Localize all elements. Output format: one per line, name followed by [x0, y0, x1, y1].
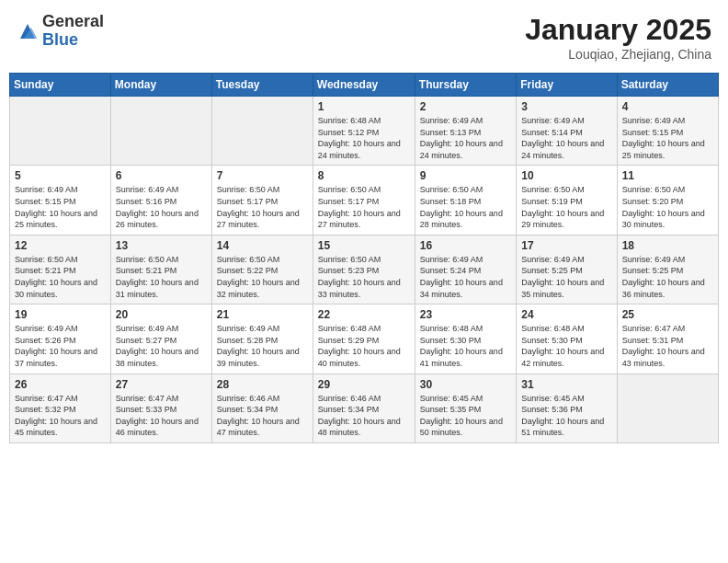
- day-info: Sunrise: 6:47 AM Sunset: 5:33 PM Dayligh…: [116, 393, 207, 439]
- day-info: Sunrise: 6:48 AM Sunset: 5:30 PM Dayligh…: [420, 323, 511, 369]
- day-info: Sunrise: 6:49 AM Sunset: 5:15 PM Dayligh…: [622, 115, 713, 161]
- day-info: Sunrise: 6:46 AM Sunset: 5:34 PM Dayligh…: [318, 393, 410, 439]
- day-info: Sunrise: 6:49 AM Sunset: 5:28 PM Dayligh…: [217, 323, 308, 369]
- day-cell: 23Sunrise: 6:48 AM Sunset: 5:30 PM Dayli…: [415, 304, 516, 373]
- day-cell: 21Sunrise: 6:49 AM Sunset: 5:28 PM Dayli…: [211, 304, 313, 373]
- day-info: Sunrise: 6:50 AM Sunset: 5:21 PM Dayligh…: [15, 254, 106, 300]
- day-number: 7: [217, 169, 308, 182]
- day-cell: 15Sunrise: 6:50 AM Sunset: 5:23 PM Dayli…: [313, 235, 415, 304]
- day-number: 28: [217, 378, 308, 391]
- day-info: Sunrise: 6:49 AM Sunset: 5:25 PM Dayligh…: [521, 254, 611, 300]
- week-row-4: 26Sunrise: 6:47 AM Sunset: 5:32 PM Dayli…: [10, 373, 719, 442]
- day-info: Sunrise: 6:46 AM Sunset: 5:34 PM Dayligh…: [217, 393, 308, 439]
- day-info: Sunrise: 6:50 AM Sunset: 5:19 PM Dayligh…: [521, 184, 611, 230]
- day-info: Sunrise: 6:49 AM Sunset: 5:24 PM Dayligh…: [420, 254, 511, 300]
- day-cell: [110, 97, 211, 166]
- month-title: January 2025: [525, 13, 711, 47]
- day-number: 23: [420, 308, 511, 321]
- day-number: 9: [420, 169, 511, 182]
- day-cell: 24Sunrise: 6:48 AM Sunset: 5:30 PM Dayli…: [517, 304, 617, 373]
- day-cell: 8Sunrise: 6:50 AM Sunset: 5:17 PM Daylig…: [313, 166, 415, 235]
- day-number: 16: [420, 239, 511, 252]
- logo-text: General Blue: [42, 13, 104, 50]
- day-info: Sunrise: 6:50 AM Sunset: 5:17 PM Dayligh…: [318, 184, 410, 230]
- day-number: 3: [521, 100, 611, 113]
- weekday-header-monday: Monday: [110, 74, 211, 97]
- logo-icon: [17, 20, 39, 42]
- day-number: 4: [622, 100, 713, 113]
- day-info: Sunrise: 6:45 AM Sunset: 5:35 PM Dayligh…: [420, 393, 511, 439]
- week-row-3: 19Sunrise: 6:49 AM Sunset: 5:26 PM Dayli…: [10, 304, 719, 373]
- day-number: 2: [420, 100, 511, 113]
- day-cell: 12Sunrise: 6:50 AM Sunset: 5:21 PM Dayli…: [10, 235, 111, 304]
- day-cell: 9Sunrise: 6:50 AM Sunset: 5:18 PM Daylig…: [415, 166, 516, 235]
- day-info: Sunrise: 6:45 AM Sunset: 5:36 PM Dayligh…: [521, 393, 611, 439]
- day-info: Sunrise: 6:48 AM Sunset: 5:12 PM Dayligh…: [318, 115, 410, 161]
- day-number: 20: [116, 308, 207, 321]
- day-cell: 10Sunrise: 6:50 AM Sunset: 5:19 PM Dayli…: [517, 166, 617, 235]
- day-number: 12: [15, 239, 106, 252]
- day-info: Sunrise: 6:49 AM Sunset: 5:15 PM Dayligh…: [15, 184, 106, 230]
- week-row-0: 1Sunrise: 6:48 AM Sunset: 5:12 PM Daylig…: [10, 97, 719, 166]
- weekday-header-tuesday: Tuesday: [211, 74, 313, 97]
- day-cell: 17Sunrise: 6:49 AM Sunset: 5:25 PM Dayli…: [517, 235, 617, 304]
- day-number: 27: [116, 378, 207, 391]
- day-cell: 6Sunrise: 6:49 AM Sunset: 5:16 PM Daylig…: [110, 166, 211, 235]
- logo: General Blue: [17, 13, 104, 50]
- day-number: 1: [318, 100, 410, 113]
- day-number: 5: [15, 169, 106, 182]
- day-number: 8: [318, 169, 410, 182]
- logo-general: General: [42, 13, 104, 31]
- day-number: 21: [217, 308, 308, 321]
- day-cell: 20Sunrise: 6:49 AM Sunset: 5:27 PM Dayli…: [110, 304, 211, 373]
- day-number: 10: [521, 169, 611, 182]
- day-cell: 7Sunrise: 6:50 AM Sunset: 5:17 PM Daylig…: [211, 166, 313, 235]
- day-cell: 5Sunrise: 6:49 AM Sunset: 5:15 PM Daylig…: [10, 166, 111, 235]
- day-number: 15: [318, 239, 410, 252]
- day-info: Sunrise: 6:49 AM Sunset: 5:16 PM Dayligh…: [116, 184, 207, 230]
- weekday-header-friday: Friday: [517, 74, 617, 97]
- day-cell: 28Sunrise: 6:46 AM Sunset: 5:34 PM Dayli…: [211, 373, 313, 442]
- day-number: 18: [622, 239, 713, 252]
- title-block: January 2025 Louqiao, Zhejiang, China: [525, 13, 711, 62]
- day-number: 26: [15, 378, 106, 391]
- day-info: Sunrise: 6:50 AM Sunset: 5:20 PM Dayligh…: [622, 184, 713, 230]
- day-info: Sunrise: 6:47 AM Sunset: 5:31 PM Dayligh…: [622, 323, 713, 369]
- weekday-header-row: SundayMondayTuesdayWednesdayThursdayFrid…: [10, 74, 719, 97]
- day-info: Sunrise: 6:50 AM Sunset: 5:17 PM Dayligh…: [217, 184, 308, 230]
- day-number: 30: [420, 378, 511, 391]
- day-info: Sunrise: 6:49 AM Sunset: 5:26 PM Dayligh…: [15, 323, 106, 369]
- day-cell: 4Sunrise: 6:49 AM Sunset: 5:15 PM Daylig…: [617, 97, 718, 166]
- day-info: Sunrise: 6:50 AM Sunset: 5:18 PM Dayligh…: [420, 184, 511, 230]
- day-number: 14: [217, 239, 308, 252]
- weekday-header-thursday: Thursday: [415, 74, 516, 97]
- day-cell: [10, 97, 111, 166]
- day-info: Sunrise: 6:49 AM Sunset: 5:25 PM Dayligh…: [622, 254, 713, 300]
- day-number: 22: [318, 308, 410, 321]
- day-cell: [211, 97, 313, 166]
- day-info: Sunrise: 6:48 AM Sunset: 5:30 PM Dayligh…: [521, 323, 611, 369]
- day-info: Sunrise: 6:50 AM Sunset: 5:23 PM Dayligh…: [318, 254, 410, 300]
- day-cell: [617, 373, 718, 442]
- day-number: 13: [116, 239, 207, 252]
- day-info: Sunrise: 6:47 AM Sunset: 5:32 PM Dayligh…: [15, 393, 106, 439]
- week-row-2: 12Sunrise: 6:50 AM Sunset: 5:21 PM Dayli…: [10, 235, 719, 304]
- day-cell: 18Sunrise: 6:49 AM Sunset: 5:25 PM Dayli…: [617, 235, 718, 304]
- day-number: 25: [622, 308, 713, 321]
- day-number: 11: [622, 169, 713, 182]
- day-number: 31: [521, 378, 611, 391]
- day-cell: 30Sunrise: 6:45 AM Sunset: 5:35 PM Dayli…: [415, 373, 516, 442]
- day-cell: 27Sunrise: 6:47 AM Sunset: 5:33 PM Dayli…: [110, 373, 211, 442]
- logo-blue: Blue: [42, 31, 104, 50]
- day-cell: 31Sunrise: 6:45 AM Sunset: 5:36 PM Dayli…: [517, 373, 617, 442]
- weekday-header-sunday: Sunday: [10, 74, 111, 97]
- page-header: General Blue January 2025 Louqiao, Zheji…: [9, 9, 719, 65]
- day-info: Sunrise: 6:50 AM Sunset: 5:22 PM Dayligh…: [217, 254, 308, 300]
- day-cell: 26Sunrise: 6:47 AM Sunset: 5:32 PM Dayli…: [10, 373, 111, 442]
- day-number: 17: [521, 239, 611, 252]
- day-cell: 22Sunrise: 6:48 AM Sunset: 5:29 PM Dayli…: [313, 304, 415, 373]
- day-cell: 1Sunrise: 6:48 AM Sunset: 5:12 PM Daylig…: [313, 97, 415, 166]
- day-info: Sunrise: 6:49 AM Sunset: 5:27 PM Dayligh…: [116, 323, 207, 369]
- weekday-header-wednesday: Wednesday: [313, 74, 415, 97]
- day-cell: 19Sunrise: 6:49 AM Sunset: 5:26 PM Dayli…: [10, 304, 111, 373]
